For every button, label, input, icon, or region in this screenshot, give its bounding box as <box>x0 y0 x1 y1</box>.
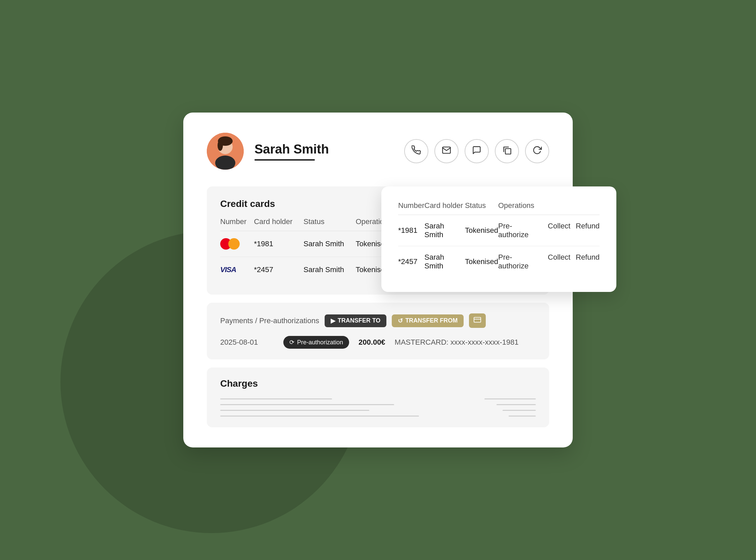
overlay-card-status-2: Tokenised <box>465 246 498 278</box>
charge-line <box>220 404 394 405</box>
overlay-card-ops-1: Pre-authorize Collect Refund <box>498 215 600 246</box>
overlay-card-status-1: Tokenised <box>465 215 498 246</box>
external-button[interactable] <box>495 139 519 163</box>
overlay-preauth-2[interactable]: Pre-authorize <box>498 253 543 271</box>
overlay-collect-1[interactable]: Collect <box>548 222 570 239</box>
mc-orange-circle <box>228 238 240 249</box>
header: Sarah Smith <box>207 133 549 169</box>
badge-icon: ⟳ <box>289 339 294 346</box>
card-number-2: *2457 <box>254 257 303 283</box>
avatar <box>207 133 244 169</box>
mastercard-logo <box>220 238 254 250</box>
overlay-card-number-1: *1981 <box>398 215 424 246</box>
card-logo-cell <box>220 231 254 257</box>
payments-section: Payments / Pre-authorizations ▶ TRANSFER… <box>207 303 549 359</box>
badge-label: Pre-authorization <box>297 339 343 346</box>
svg-point-1 <box>215 156 235 169</box>
email-button[interactable] <box>435 139 459 163</box>
visa-logo: VISA <box>220 264 254 276</box>
chat-icon <box>472 145 481 157</box>
card-logo-cell-2: VISA <box>220 257 254 283</box>
payments-header: Payments / Pre-authorizations ▶ TRANSFER… <box>220 314 536 328</box>
external-icon <box>502 145 511 157</box>
refresh-button[interactable] <box>525 139 549 163</box>
charge-line <box>484 398 536 399</box>
overlay-collect-2[interactable]: Collect <box>548 253 570 271</box>
overlay-card-ops-2: Pre-authorize Collect Refund <box>498 246 600 278</box>
header-actions <box>404 139 549 163</box>
charge-line <box>220 416 419 417</box>
card-icon <box>474 316 481 325</box>
overlay-col-status: Status <box>465 201 498 215</box>
transfer-to-button[interactable]: ▶ TRANSFER TO <box>324 315 387 327</box>
card-holder-2: Sarah Smith <box>303 257 356 283</box>
refresh-icon <box>532 145 542 157</box>
overlay-table: Number Card holder Status Operations *19… <box>398 201 600 277</box>
payment-card-info: MASTERCARD: xxxx-xxxx-xxxx-1981 <box>395 338 519 347</box>
charges-left <box>220 398 469 417</box>
overlay-col-number: Number <box>398 201 424 215</box>
transfer-to-icon: ▶ <box>331 317 335 324</box>
svg-rect-6 <box>474 317 481 322</box>
charge-line <box>503 410 536 411</box>
payment-amount: 200.00€ <box>359 338 385 347</box>
overlay-card-holder-1: Sarah Smith <box>424 215 465 246</box>
phone-button[interactable] <box>404 139 428 163</box>
charge-line <box>220 410 369 411</box>
overlay-ops-2: Pre-authorize Collect Refund <box>498 253 600 271</box>
phone-icon <box>412 145 421 157</box>
charges-right <box>475 398 536 417</box>
col-number: Number <box>220 217 254 231</box>
table-row: *2457 Sarah Smith Tokenised Pre-authoriz… <box>398 246 600 278</box>
payment-date: 2025-08-01 <box>220 338 274 347</box>
charge-line <box>509 416 536 417</box>
overlay-refund-1[interactable]: Refund <box>576 222 600 239</box>
header-info: Sarah Smith <box>254 142 394 161</box>
transfer-from-button[interactable]: ↺ TRANSFER FROM <box>392 315 464 327</box>
card-icon-button[interactable] <box>469 314 486 328</box>
overlay-refund-2[interactable]: Refund <box>576 253 600 271</box>
charges-row <box>220 398 536 417</box>
overlay-preauth-1[interactable]: Pre-authorize <box>498 222 543 239</box>
card-holder-1: Sarah Smith <box>303 231 356 257</box>
charges-section: Charges <box>207 367 549 427</box>
overlay-col-ops: Operations <box>498 201 600 215</box>
transfer-to-label: TRANSFER TO <box>338 317 381 324</box>
card-number-1: *1981 <box>254 231 303 257</box>
table-row: *1981 Sarah Smith Tokenised Pre-authoriz… <box>398 215 600 246</box>
transfer-from-icon: ↺ <box>398 317 403 324</box>
overlay-card-holder-2: Sarah Smith <box>424 246 465 278</box>
col-holder: Card holder <box>254 217 303 231</box>
user-underline <box>254 159 315 161</box>
overlay-card-number-2: *2457 <box>398 246 424 278</box>
svg-rect-5 <box>505 148 510 154</box>
svg-point-4 <box>217 140 223 151</box>
chat-button[interactable] <box>465 139 489 163</box>
overlay-card: Number Card holder Status Operations *19… <box>381 186 616 292</box>
col-status: Status <box>303 217 356 231</box>
payment-row: 2025-08-01 ⟳ Pre-authorization 200.00€ M… <box>220 336 536 349</box>
user-name: Sarah Smith <box>254 142 394 157</box>
charges-title: Charges <box>220 378 536 389</box>
overlay-ops-1: Pre-authorize Collect Refund <box>498 222 600 239</box>
overlay-col-holder: Card holder <box>424 201 465 215</box>
transfer-from-label: TRANSFER FROM <box>405 317 458 324</box>
email-icon <box>442 145 451 157</box>
charge-line <box>220 398 332 399</box>
charge-line <box>497 404 536 405</box>
payment-badge: ⟳ Pre-authorization <box>284 336 349 349</box>
payments-title: Payments / Pre-authorizations <box>220 317 319 325</box>
